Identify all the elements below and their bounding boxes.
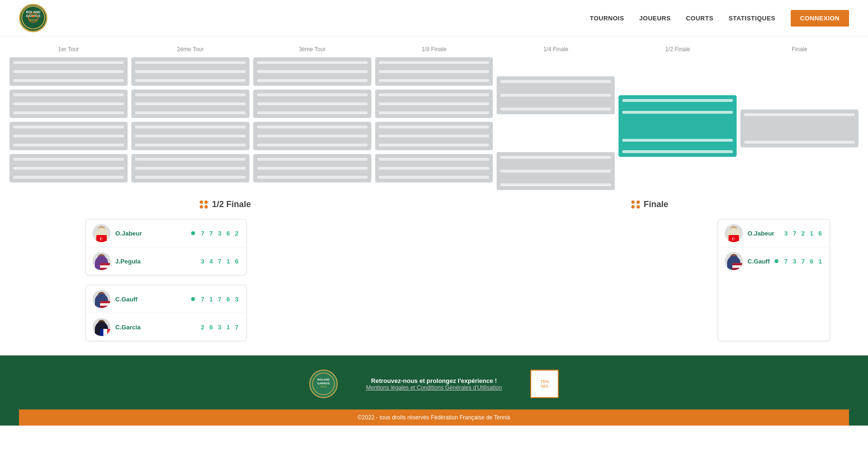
player-name-gauff-final[interactable]: C.Gauff bbox=[748, 258, 770, 265]
connexion-button[interactable]: CONNEXION bbox=[791, 10, 849, 27]
round-finale: Finale bbox=[740, 46, 859, 190]
finale-label: Finale bbox=[644, 200, 668, 209]
winner-dot-jabeur-semi bbox=[191, 231, 195, 235]
avatar-pegula-semi bbox=[92, 252, 111, 270]
match-card[interactable] bbox=[253, 57, 371, 86]
score-2: 3 bbox=[217, 230, 222, 237]
footer-logo: ROLAND GARROS PARIS bbox=[309, 370, 338, 398]
demi-finale-match2: C.Gauff 7 1 7 6 3 C.Garcia bbox=[85, 285, 247, 341]
nav-statistiques[interactable]: STATISTIQUES bbox=[729, 15, 776, 22]
main-nav: TOURNOIS JOUEURS COURTS STATISTIQUES CON… bbox=[590, 10, 849, 27]
logo-text: ROLAND GARROS PARIS bbox=[21, 6, 45, 31]
score-2: 7 bbox=[217, 258, 222, 265]
player-row-pegula-semi[interactable]: J.Pegula 3 4 7 1 6 bbox=[86, 247, 246, 275]
round-2eme-tour: 2ème Tour bbox=[131, 46, 249, 190]
avatar-jabeur-semi bbox=[92, 224, 111, 242]
bracket-grid: 1er Tour 2ème Tour bbox=[9, 46, 859, 190]
match-card[interactable] bbox=[497, 76, 615, 114]
round-1-2-finale: 1/2 Finale bbox=[619, 46, 737, 190]
score-4: 6 bbox=[234, 258, 240, 265]
round-label-2: 2ème Tour bbox=[131, 46, 249, 53]
tennis-logo-line2: NIS bbox=[541, 384, 548, 389]
round-1-4-finale: 1/4 Finale bbox=[497, 46, 615, 190]
nav-courts[interactable]: COURTS bbox=[686, 15, 713, 22]
match-card[interactable] bbox=[375, 154, 493, 182]
player-name-pegula-semi[interactable]: J.Pegula bbox=[115, 258, 195, 265]
nav-joueurs[interactable]: JOUEURS bbox=[639, 15, 671, 22]
score-4: 2 bbox=[234, 230, 240, 237]
logo[interactable]: ROLAND GARROS PARIS bbox=[19, 4, 47, 32]
match-card[interactable] bbox=[375, 57, 493, 86]
tennis-logo-line1: TEN bbox=[540, 379, 549, 384]
player-name-garcia-semi[interactable]: C.Garcia bbox=[115, 324, 195, 331]
finale-dots-icon bbox=[631, 200, 640, 209]
score-4: 1 bbox=[817, 258, 823, 265]
match-card[interactable] bbox=[131, 122, 249, 150]
sections-row: 1/2 Finale Finale bbox=[0, 190, 868, 214]
score-3: 6 bbox=[225, 230, 231, 237]
match-card[interactable] bbox=[131, 90, 249, 118]
footer-main: ROLAND GARROS PARIS Retrouvez-nous et pr… bbox=[19, 370, 849, 409]
score-3: 1 bbox=[225, 324, 231, 331]
player-name-jabeur-semi[interactable]: O.Jabeur bbox=[115, 230, 186, 237]
score-2: 3 bbox=[217, 324, 222, 331]
match-card[interactable] bbox=[131, 154, 249, 182]
score-3: 1 bbox=[809, 230, 814, 237]
demi-finale-section-label: 1/2 Finale bbox=[200, 200, 251, 209]
score-4: 7 bbox=[234, 324, 240, 331]
score-3: 6 bbox=[809, 258, 814, 265]
flag-fr-garcia-semi bbox=[100, 329, 111, 336]
svg-text:GARROS: GARROS bbox=[317, 382, 330, 385]
demi-finale-dots-icon bbox=[200, 200, 208, 209]
demi-finale-label: 1/2 Finale bbox=[212, 200, 251, 209]
scores-jabeur-semi: 7 7 3 6 2 bbox=[200, 230, 240, 237]
footer-copyright: ©2022 - tous droits réservés Fédération … bbox=[19, 409, 849, 426]
player-row-garcia-semi[interactable]: C.Garcia 2 6 3 1 7 bbox=[86, 313, 246, 341]
footer-text: Retrouvez-nous et prolongez l'expérience… bbox=[366, 377, 502, 391]
match-card[interactable] bbox=[131, 57, 249, 86]
match-card[interactable] bbox=[253, 90, 371, 118]
scores-garcia-semi: 2 6 3 1 7 bbox=[200, 324, 240, 331]
score-1: 1 bbox=[208, 296, 214, 303]
footer-legal[interactable]: Mentions légales et Conditions Générales… bbox=[366, 384, 502, 391]
match-card[interactable] bbox=[9, 57, 128, 86]
player-name-gauff-semi[interactable]: C.Gauff bbox=[115, 296, 186, 303]
player-name-jabeur-final[interactable]: O.Jabeur bbox=[748, 230, 778, 237]
score-2: 2 bbox=[800, 230, 806, 237]
matches-section: O.Jabeur 7 7 3 6 2 J.Pegula bbox=[0, 214, 868, 355]
match-card-semifinal[interactable] bbox=[619, 95, 737, 157]
match-card[interactable] bbox=[9, 122, 128, 150]
player-row-gauff-semi[interactable]: C.Gauff 7 1 7 6 3 bbox=[86, 285, 246, 313]
match-card[interactable] bbox=[253, 154, 371, 182]
nav-tournois[interactable]: TOURNOIS bbox=[590, 15, 624, 22]
winner-dot-gauff-final bbox=[775, 259, 778, 263]
match-card[interactable] bbox=[375, 122, 493, 150]
match-card[interactable] bbox=[9, 90, 128, 118]
match-card-final[interactable] bbox=[740, 109, 859, 147]
player-row-gauff-final[interactable]: C.Gauff 7 3 7 6 1 bbox=[718, 247, 830, 275]
avatar-gauff-semi bbox=[92, 290, 111, 308]
round-label-5: 1/4 Finale bbox=[497, 46, 615, 53]
match-card[interactable] bbox=[497, 152, 615, 190]
player-row-jabeur-semi[interactable]: O.Jabeur 7 7 3 6 2 bbox=[86, 219, 246, 247]
score-1: 3 bbox=[792, 258, 797, 265]
round-label-4: 1/8 Finale bbox=[375, 46, 493, 53]
score-0: 3 bbox=[200, 258, 205, 265]
avatar-garcia-semi bbox=[92, 318, 111, 336]
match-card[interactable] bbox=[9, 154, 128, 182]
match-card[interactable] bbox=[253, 122, 371, 150]
player-row-jabeur-final[interactable]: O.Jabeur 3 7 2 1 6 bbox=[718, 219, 830, 247]
score-2: 7 bbox=[800, 258, 806, 265]
score-1: 7 bbox=[792, 230, 797, 237]
round-label-3: 3ème Tour bbox=[253, 46, 371, 53]
svg-text:PARIS: PARIS bbox=[30, 18, 37, 21]
round-1-8-finale: 1/8 Finale bbox=[375, 46, 493, 190]
match-card[interactable] bbox=[375, 90, 493, 118]
score-0: 7 bbox=[200, 296, 205, 303]
demi-finale-match1: O.Jabeur 7 7 3 6 2 J.Pegula bbox=[85, 219, 247, 275]
round-label-6: 1/2 Finale bbox=[619, 46, 737, 53]
round-label-7: Finale bbox=[740, 46, 859, 53]
finale-match: O.Jabeur 3 7 2 1 6 C.Gauff bbox=[718, 219, 830, 341]
header: ROLAND GARROS PARIS TOURNOIS JOUEURS COU… bbox=[0, 0, 868, 36]
score-1: 6 bbox=[208, 324, 214, 331]
